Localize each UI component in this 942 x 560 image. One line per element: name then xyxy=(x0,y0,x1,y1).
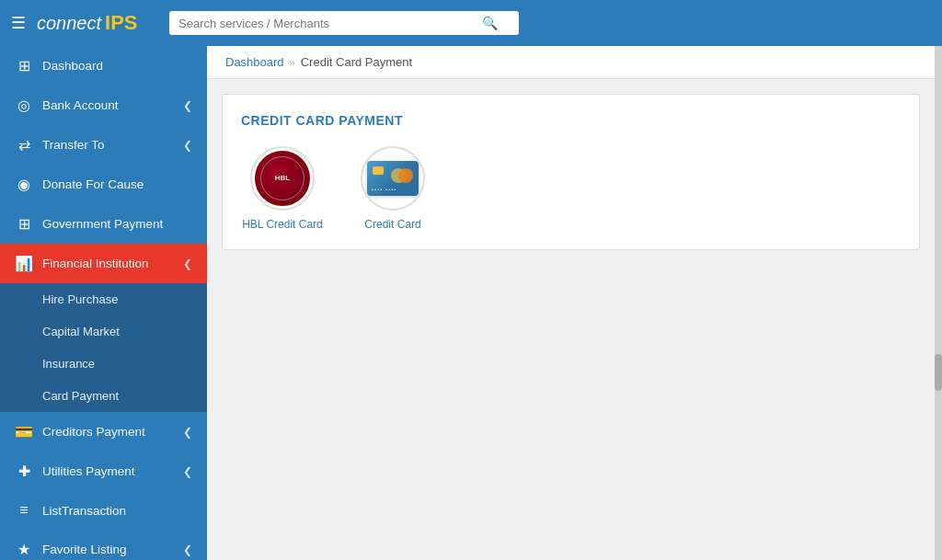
sidebar-label-government: Government Payment xyxy=(42,217,163,231)
sidebar-subitem-capital-market[interactable]: Capital Market xyxy=(0,315,207,348)
financial-submenu: Hire Purchase Capital Market Insurance C… xyxy=(0,283,207,412)
hbl-logo: HBL xyxy=(255,151,310,206)
card-chip xyxy=(373,166,384,175)
sidebar-item-donate[interactable]: ◉ Donate For Cause xyxy=(0,165,207,204)
sidebar-label-favorite: Favorite Listing xyxy=(42,543,127,556)
content-area: Dashboard » Credit Card Payment CREDIT C… xyxy=(207,46,935,560)
sidebar-subitem-insurance[interactable]: Insurance xyxy=(0,348,207,380)
sidebar-label-dashboard: Dashboard xyxy=(42,59,103,73)
sidebar-item-list-transaction[interactable]: ≡ ListTransaction xyxy=(0,491,207,530)
breadcrumb-current: Credit Card Payment xyxy=(301,55,412,69)
scrollbar-handle[interactable] xyxy=(935,354,942,391)
sidebar-item-financial-institution[interactable]: 📊 Financial Institution ❮ xyxy=(0,244,207,283)
government-icon: ⊞ xyxy=(15,215,33,233)
financial-icon: 📊 xyxy=(15,255,33,272)
transfer-icon: ⇄ xyxy=(15,136,33,154)
search-input[interactable] xyxy=(178,17,482,30)
payment-options: HBL HBL Credit Card •••• •••• xyxy=(241,146,901,231)
panel-title: CREDIT CARD PAYMENT xyxy=(241,113,901,128)
sidebar-label-utilities: Utilities Payment xyxy=(42,464,135,478)
logo-area: ☰ connect IPS xyxy=(11,11,158,35)
sidebar-item-transfer-to[interactable]: ⇄ Transfer To ❮ xyxy=(0,125,207,165)
sidebar-item-government-payment[interactable]: ⊞ Government Payment xyxy=(0,204,207,244)
sidebar-subitem-card-payment[interactable]: Card Payment xyxy=(0,380,207,412)
credit-card-icon-circle: •••• •••• xyxy=(361,146,425,211)
chevron-icon: ❮ xyxy=(183,99,192,112)
subitem-label-insurance: Insurance xyxy=(42,357,95,371)
sidebar: ⊞ Dashboard ◎ Bank Account ❮ ⇄ Transfer … xyxy=(0,46,207,560)
logo-connect: connect xyxy=(37,13,101,34)
hbl-credit-card-label: HBL Credit Card xyxy=(242,218,323,231)
card-number: •••• •••• xyxy=(372,187,414,192)
hamburger-icon[interactable]: ☰ xyxy=(11,13,26,33)
sidebar-subitem-hire-purchase[interactable]: Hire Purchase xyxy=(0,283,207,315)
favorite-icon: ★ xyxy=(15,541,33,558)
hbl-icon-circle: HBL xyxy=(250,146,315,211)
chevron-icon: ❮ xyxy=(183,139,192,152)
logo-ips: IPS xyxy=(105,11,137,35)
chevron-icon: ❮ xyxy=(183,465,192,478)
donate-icon: ◉ xyxy=(15,176,33,193)
sidebar-item-favorite-listing[interactable]: ★ Favorite Listing ❮ xyxy=(0,530,207,560)
breadcrumb-home[interactable]: Dashboard xyxy=(225,55,284,69)
scrollbar-right[interactable] xyxy=(935,46,942,560)
subitem-label-card-payment: Card Payment xyxy=(42,389,119,403)
credit-card-label: Credit Card xyxy=(364,218,420,231)
sidebar-label-transfer-to: Transfer To xyxy=(42,138,105,152)
top-navigation: ☰ connect IPS 🔍 xyxy=(0,0,942,46)
utilities-icon: ✚ xyxy=(15,463,33,480)
sidebar-item-dashboard[interactable]: ⊞ Dashboard xyxy=(0,46,207,86)
sidebar-label-list-transaction: ListTransaction xyxy=(42,504,126,518)
breadcrumb: Dashboard » Credit Card Payment xyxy=(207,46,935,79)
search-bar: 🔍 xyxy=(169,11,519,35)
sidebar-label-creditors: Creditors Payment xyxy=(42,425,145,439)
sidebar-item-creditors-payment[interactable]: 💳 Creditors Payment ❮ xyxy=(0,412,207,451)
credit-card-visual: •••• •••• xyxy=(367,161,419,196)
breadcrumb-separator: » xyxy=(290,57,295,68)
sidebar-item-utilities-payment[interactable]: ✚ Utilities Payment ❮ xyxy=(0,451,207,491)
subitem-label-capital-market: Capital Market xyxy=(42,325,120,338)
hbl-credit-card-option[interactable]: HBL HBL Credit Card xyxy=(241,146,324,231)
chevron-icon-active: ❮ xyxy=(183,257,192,270)
content-panel: CREDIT CARD PAYMENT HBL HBL Credit Card xyxy=(222,94,920,250)
sidebar-label-financial: Financial Institution xyxy=(42,257,149,270)
chevron-icon: ❮ xyxy=(183,543,192,556)
search-icon[interactable]: 🔍 xyxy=(482,16,498,30)
card-stripe-1 xyxy=(398,168,413,183)
dashboard-icon: ⊞ xyxy=(15,57,33,74)
creditors-icon: 💳 xyxy=(15,423,33,440)
sidebar-item-bank-account[interactable]: ◎ Bank Account ❮ xyxy=(0,86,207,125)
sidebar-label-bank-account: Bank Account xyxy=(42,98,119,112)
subitem-label-hire-purchase: Hire Purchase xyxy=(42,292,118,306)
list-icon: ≡ xyxy=(15,502,33,519)
credit-card-option[interactable]: •••• •••• Credit Card xyxy=(351,146,434,231)
bank-account-icon: ◎ xyxy=(15,97,33,114)
main-layout: ⊞ Dashboard ◎ Bank Account ❮ ⇄ Transfer … xyxy=(0,46,942,560)
chevron-icon: ❮ xyxy=(183,426,192,439)
sidebar-label-donate: Donate For Cause xyxy=(42,177,144,191)
